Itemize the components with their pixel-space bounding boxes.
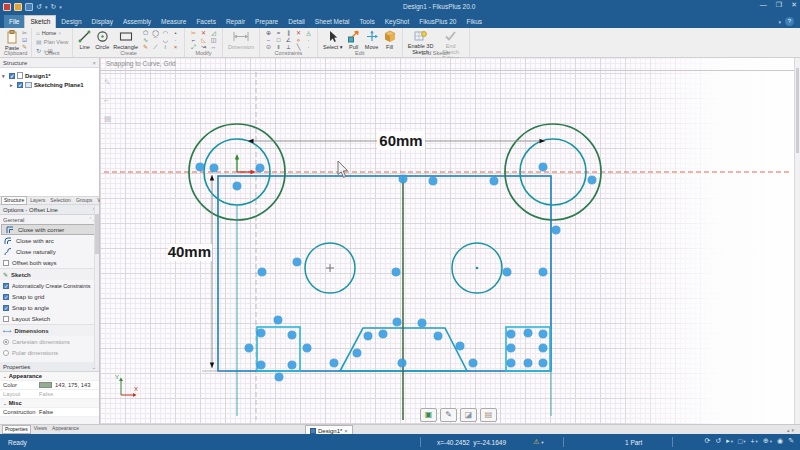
offset-both-ways-checkbox[interactable] [3,260,9,266]
sketch-point[interactable] [399,175,407,183]
sketch-point[interactable] [539,359,547,367]
cartesian-radio[interactable] [3,339,9,345]
close-naturally-option[interactable]: Close naturally [0,246,99,257]
snap-to-angle-option[interactable]: Snap to angle [0,302,99,313]
redo-icon[interactable]: ↻ [50,3,56,11]
close-button[interactable]: ✕ [791,1,797,9]
canvas-toolbar-button[interactable]: ◪ [460,408,477,422]
misc-group-row[interactable]: ⌄ Misc [0,399,99,408]
menu-tab-sheet-metal[interactable]: Sheet Metal [310,15,355,28]
sketch-point[interactable] [429,177,437,185]
zoom-icon[interactable]: ⊕▾ [763,437,772,445]
visibility-checkbox[interactable] [17,82,23,88]
menu-tab-display[interactable]: Display [87,15,118,28]
create-tool-grid[interactable]: ⬠◯◠• ∿⌒◡· ✎⟋≀× [141,30,180,51]
cartesian-dimensions-option[interactable]: Cartesian dimensions [0,336,99,347]
menu-tab-prepare[interactable]: Prepare [250,15,283,28]
menu-tab-design[interactable]: Design [56,15,86,28]
snap-to-grid-option[interactable]: Snap to grid [0,291,99,302]
sketch-point[interactable] [288,361,296,369]
pan-icon[interactable]: +▾ [751,438,758,445]
sketch-point[interactable] [392,268,400,276]
dimensions-section-header[interactable]: ⟷ Dimensions [0,324,99,336]
sketch-point[interactable] [418,319,426,327]
color-swatch[interactable] [39,382,52,388]
layout-property-row[interactable]: Layout False [0,390,99,399]
canvas-toolbar-button[interactable]: ✎ [440,408,457,422]
sketch-point[interactable] [507,344,515,352]
minimize-button[interactable]: — [760,1,767,9]
canvas-toolbar-button[interactable]: ▣ [420,408,437,422]
sketch-point[interactable] [257,329,265,337]
sketch-point[interactable] [539,268,547,276]
sketch-point[interactable] [434,332,442,340]
layout-sketch-option[interactable]: Layout Sketch [0,313,99,324]
sketch-point[interactable] [507,330,515,338]
close-with-corner-option[interactable]: Close with corner [1,224,98,235]
paste-button[interactable]: Paste [4,30,20,51]
sketch-point[interactable] [552,226,560,234]
tree-item-design[interactable]: ▾ Design1* [2,71,97,80]
sketch-point[interactable] [364,332,372,340]
expander-icon[interactable]: ▸ [10,82,15,88]
color-property-row[interactable]: Color 143, 175, 143 [0,381,99,390]
select-button[interactable]: Select ▾ [322,30,344,50]
panel-scrollbar[interactable] [94,206,99,366]
circle-button[interactable]: Circle [94,30,110,50]
menu-tab-measure[interactable]: Measure [156,15,191,28]
sketch-canvas[interactable]: Snapping to Curve, Grid ✎ ⌐ ▦ 60mm40mm Y… [100,58,794,424]
line-button[interactable]: Line [77,30,92,50]
close-tab-icon[interactable]: × [344,428,348,434]
tree-item-sketching-plane[interactable]: ▸ Sketching Plane1 [2,80,97,89]
construction-property-row[interactable]: Construction False [0,408,99,417]
cut-icon[interactable]: ✂ [22,30,27,36]
sketch-point[interactable] [539,330,547,338]
sketch-section-header[interactable]: ✎ Sketch [0,268,99,280]
sketch-point[interactable] [210,164,218,172]
menu-tab-sketch[interactable]: Sketch [24,15,56,28]
tab-views[interactable]: Views [32,425,49,434]
rectangle-button[interactable]: Rectangle [112,30,139,50]
save-icon[interactable] [25,3,33,11]
menu-tab-fikus[interactable]: Fikus [461,15,487,28]
tab-groups[interactable]: Groups [74,197,94,204]
app-icon[interactable] [3,3,11,11]
sketch-point[interactable] [245,344,253,352]
modify-tool-grid[interactable]: ✂✕◿ ⌐◺◫ ⤢↝↔ [189,30,218,51]
sketch-point[interactable] [469,359,477,367]
sketch-point[interactable] [524,359,532,367]
tab-appearance[interactable]: Appearance [50,425,81,434]
sketch-point[interactable] [393,318,401,326]
sketch-point[interactable] [353,349,361,357]
tab-layers[interactable]: Layers [28,197,47,204]
menu-tab-fikusplus-20[interactable]: FikusPlus 20 [414,15,461,28]
menu-tab-file[interactable]: File [4,15,24,28]
copy-icon[interactable]: ⊡ [22,37,27,43]
pull-button[interactable]: Pull [346,30,362,50]
sketch-point[interactable] [233,182,241,190]
sketch-point[interactable] [256,164,264,172]
tab-structure[interactable]: Structure [1,196,27,205]
menu-tab-detail[interactable]: Detail [283,15,310,28]
warning-indicator[interactable]: ⚠ ▾ [533,438,544,446]
sketch-point[interactable] [507,359,515,367]
close-with-arc-option[interactable]: Close with arc [0,235,99,246]
sketch-icon[interactable]: ✎ [788,437,794,445]
sketch-point[interactable] [539,344,547,352]
sketch-point[interactable] [330,359,338,367]
polar-dimensions-option[interactable]: Polar dimensions [0,347,99,358]
maximize-button[interactable]: ❐ [776,1,782,9]
auto-constraints-option[interactable]: Automatically Create Constraints [0,280,99,291]
offset-both-ways-option[interactable]: Offset both ways [0,257,99,268]
sketch-point[interactable] [588,176,596,184]
sketch-point[interactable] [398,359,406,367]
home-view-button[interactable]: ⌂Home▾ [36,30,61,37]
select-icon[interactable]: ▸▾ [726,437,733,445]
move-button[interactable]: Move [364,30,380,50]
window-select-icon[interactable]: □▾ [738,438,746,445]
menu-tab-tools[interactable]: Tools [355,15,380,28]
snap-to-angle-checkbox[interactable] [3,305,9,311]
ribbon-collapse-icon[interactable]: ▾ [778,19,781,25]
canvas-toolbar-button[interactable]: ▤ [480,408,497,422]
menu-tab-keyshot[interactable]: KeyShot [380,15,415,28]
